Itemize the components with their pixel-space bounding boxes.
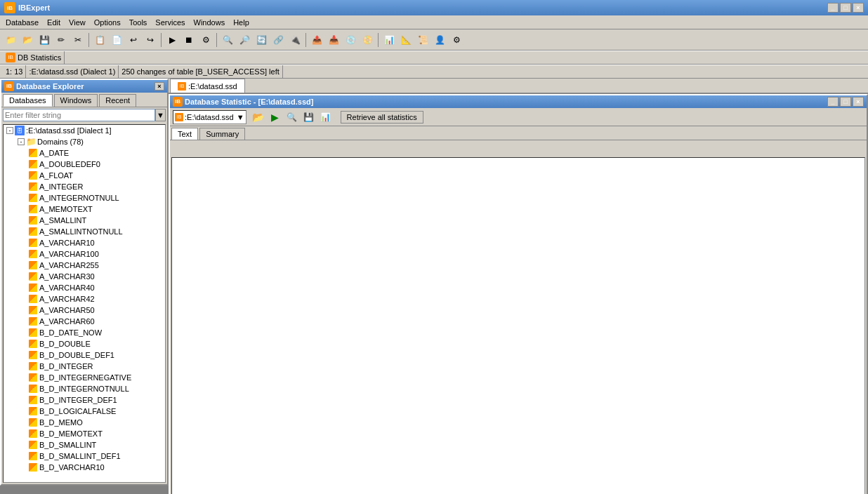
tree-area[interactable]: - 🗄 :E:\datasd.ssd [Dialect 1] - 📁 Domai… [3,124,166,483]
toolbar-plan[interactable]: 📐 [398,32,414,48]
expand-domains-icon[interactable]: - [18,138,25,145]
tree-domains-label: Domains (78) [37,138,84,146]
list-item[interactable]: A_INTEGER [4,181,165,192]
toolbar-stop[interactable]: ⏹ [181,32,197,48]
panel-close-button[interactable]: × [154,82,164,91]
list-item[interactable]: B_D_LOGICALFALSE [4,406,165,417]
menu-help[interactable]: Help [229,17,254,28]
menu-edit[interactable]: Edit [43,17,65,28]
domain-icon [29,463,37,472]
toolbar-paste[interactable]: 📄 [109,32,124,48]
menu-view[interactable]: View [65,17,90,28]
stat-maximize-btn[interactable]: □ [840,97,851,107]
maximize-button[interactable]: □ [840,3,851,13]
list-item[interactable]: B_D_MEMOTEXT [4,428,165,439]
list-item[interactable]: A_FLOAT [4,170,165,181]
stat-close-btn[interactable]: × [853,97,864,107]
toolbar-export[interactable]: 📤 [309,32,324,48]
list-item[interactable]: A_SMALLINT [4,215,165,226]
domain-icon [29,418,37,427]
toolbar-new[interactable]: 📁 [3,32,18,48]
minimize-button[interactable]: _ [827,3,839,13]
list-item[interactable]: B_D_DOUBLE_DEF1 [4,349,165,361]
tab-datasd[interactable]: IB :E:\datasd.ssd [170,79,245,93]
tree-root-label: :E:\datasd.ssd [Dialect 1] [26,126,112,135]
domain-icon [29,441,37,449]
list-item[interactable]: B_D_SMALLINT [4,439,165,450]
menu-options[interactable]: Options [90,17,125,28]
retrieve-stats-button[interactable]: Retrieve all statistics [341,111,423,124]
toolbar-search[interactable]: 🔍 [220,32,235,48]
toolbar-compile[interactable]: ⚙ [198,32,213,48]
list-item[interactable]: B_D_DATE_NOW [4,327,165,338]
db-selector-icon: IB [175,113,183,121]
toolbar-edit[interactable]: ✏ [53,32,69,48]
toolbar-user[interactable]: 👤 [432,32,447,48]
toolbar-redo[interactable]: ↪ [143,32,158,48]
stat-save-btn[interactable]: 💾 [301,109,317,125]
filter-input[interactable] [3,109,155,121]
db-selector[interactable]: IB :E:\datasd.ssd ▼ [173,110,246,124]
toolbar-cut[interactable]: ✂ [70,32,86,48]
list-item[interactable]: B_D_MEMO [4,417,165,428]
app-title: IBExpert [18,4,50,12]
domain-icon [29,362,37,370]
tree-domains-group[interactable]: - 📁 Domains (78) [4,136,165,147]
toolbar-copy[interactable]: 📋 [92,32,107,48]
list-item[interactable]: A_VARCHAR10 [4,237,165,248]
stat-open-btn[interactable]: 📂 [251,109,266,125]
tab-text[interactable]: Text [171,128,198,140]
list-item[interactable]: A_VARCHAR60 [4,316,165,327]
toolbar-settings[interactable]: ⚙ [449,32,464,48]
menu-windows[interactable]: Windows [190,17,230,28]
list-item[interactable]: A_VARCHAR255 [4,260,165,271]
tree-root-node[interactable]: - 🗄 :E:\datasd.ssd [Dialect 1] [4,125,165,136]
db-statistics-tab[interactable]: IB DB Statistics [3,51,65,64]
list-item[interactable]: B_D_DOUBLE [4,338,165,349]
list-item[interactable]: A_VARCHAR50 [4,305,165,316]
list-item[interactable]: B_D_INTEGERNEGATIVE [4,372,165,383]
list-item[interactable]: B_D_INTEGER_DEF1 [4,394,165,406]
toolbar-monitor[interactable]: 📊 [381,32,397,48]
list-item[interactable]: A_VARCHAR30 [4,271,165,282]
tab-recent[interactable]: Recent [99,94,136,107]
toolbar-backup[interactable]: 💿 [343,32,358,48]
toolbar-restore[interactable]: 📀 [360,32,375,48]
list-item[interactable]: B_D_INTEGER [4,361,165,372]
toolbar-open[interactable]: 📂 [20,32,35,48]
toolbar-save[interactable]: 💾 [37,32,52,48]
toolbar-disconnect[interactable]: 🔌 [287,32,303,48]
toolbar-import[interactable]: 📥 [326,32,341,48]
list-item[interactable]: A_DOUBLEDEF0 [4,159,165,170]
toolbar-script[interactable]: 📜 [415,32,430,48]
menu-services[interactable]: Services [151,17,189,28]
tab-databases[interactable]: Databases [3,94,53,107]
toolbar-run[interactable]: ▶ [164,32,180,48]
list-item[interactable]: B_D_INTEGERNOTNULL [4,383,165,394]
list-item[interactable]: B_D_SMALLINT_DEF1 [4,450,165,462]
list-item[interactable]: A_DATE [4,147,165,159]
menu-tools[interactable]: Tools [125,17,152,28]
list-item[interactable]: A_SMALLINTNOTNULL [4,226,165,237]
stat-minimize-btn[interactable]: _ [827,97,839,107]
list-item[interactable]: A_MEMOTEXT [4,203,165,215]
list-item[interactable]: B_D_VARCHAR10 [4,462,165,473]
list-item[interactable]: A_VARCHAR40 [4,282,165,293]
list-item[interactable]: A_VARCHAR100 [4,248,165,260]
domain-icon [29,171,37,180]
expand-root-icon[interactable]: - [6,127,13,134]
toolbar-connect[interactable]: 🔗 [270,32,286,48]
stat-search-btn[interactable]: 🔍 [284,109,300,125]
stat-run-btn[interactable]: ▶ [268,109,283,125]
toolbar-undo[interactable]: ↩ [126,32,141,48]
tab-summary[interactable]: Summary [199,128,245,140]
close-button[interactable]: × [853,3,864,13]
toolbar-replace[interactable]: 🔎 [237,32,252,48]
list-item[interactable]: A_VARCHAR42 [4,293,165,305]
stat-grid-btn[interactable]: 📊 [318,109,334,125]
list-item[interactable]: A_INTEGERNOTNULL [4,192,165,203]
filter-dropdown-btn[interactable]: ▼ [155,109,166,121]
toolbar-refresh[interactable]: 🔄 [254,32,269,48]
tab-windows[interactable]: Windows [54,94,98,107]
menu-database[interactable]: Database [1,17,43,28]
